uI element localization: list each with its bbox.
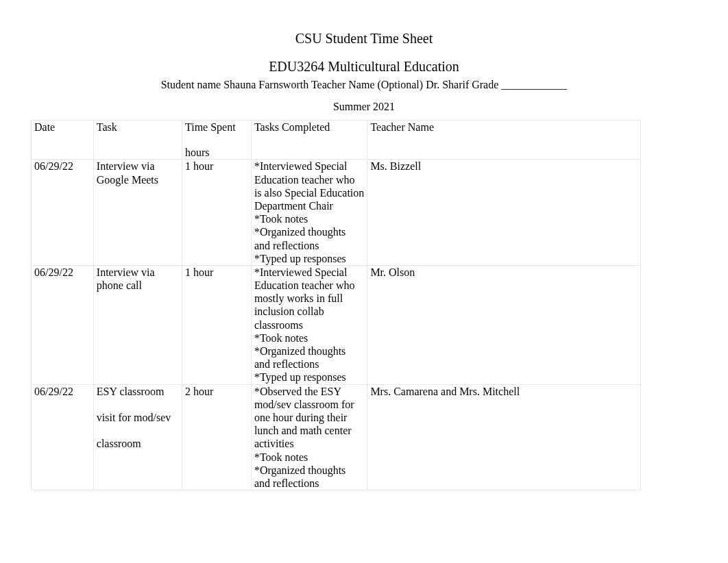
table-row: 06/29/22 ESY classroom visit for mod/sev…: [32, 384, 641, 490]
table-header-row: Date Task Time Spent hours Tasks Complet…: [32, 121, 641, 160]
main-title: CSU Student Time Sheet: [31, 31, 697, 47]
cell-task: ESY classroom visit for mod/sev classroo…: [93, 384, 182, 490]
cell-time: 2 hour: [182, 384, 251, 490]
col-time-spent: Time Spent hours: [182, 121, 251, 160]
cell-time: 1 hour: [182, 265, 251, 384]
term-label: Summer 2021: [31, 101, 697, 113]
cell-completed: *Observed the ESY mod/sev classroom for …: [251, 384, 367, 490]
student-info-line: Student name Shauna Farnsworth Teacher N…: [31, 79, 697, 91]
table-row: 06/29/22 Interview via phone call 1 hour…: [32, 265, 641, 384]
col-date: Date: [32, 121, 94, 160]
timesheet-table: Date Task Time Spent hours Tasks Complet…: [31, 120, 641, 490]
cell-teacher: Ms. Bizzell: [367, 160, 641, 266]
table-row: 06/29/22 Interview via Google Meets 1 ho…: [32, 160, 641, 266]
col-teacher-name: Teacher Name: [367, 121, 641, 160]
cell-task: Interview via phone call: [93, 265, 182, 384]
cell-teacher: Mr. Olson: [367, 265, 641, 384]
cell-completed: *Interviewed Special Education teacher w…: [251, 265, 367, 384]
cell-teacher: Mrs. Camarena and Mrs. Mitchell: [367, 384, 641, 490]
col-time-spent-label: Time Spent: [185, 121, 236, 133]
cell-time: 1 hour: [182, 160, 251, 266]
cell-date: 06/29/22: [32, 384, 94, 490]
cell-date: 06/29/22: [32, 265, 94, 384]
cell-date: 06/29/22: [32, 160, 94, 266]
col-tasks-completed: Tasks Completed: [251, 121, 367, 160]
cell-task: Interview via Google Meets: [93, 160, 182, 266]
document-header: CSU Student Time Sheet EDU3264 Multicult…: [31, 31, 697, 113]
col-task: Task: [93, 121, 182, 160]
course-title: EDU3264 Multicultural Education: [31, 59, 697, 75]
col-time-spent-sublabel: hours: [185, 146, 248, 159]
cell-completed: *Interviewed Special Education teacher w…: [251, 160, 367, 266]
